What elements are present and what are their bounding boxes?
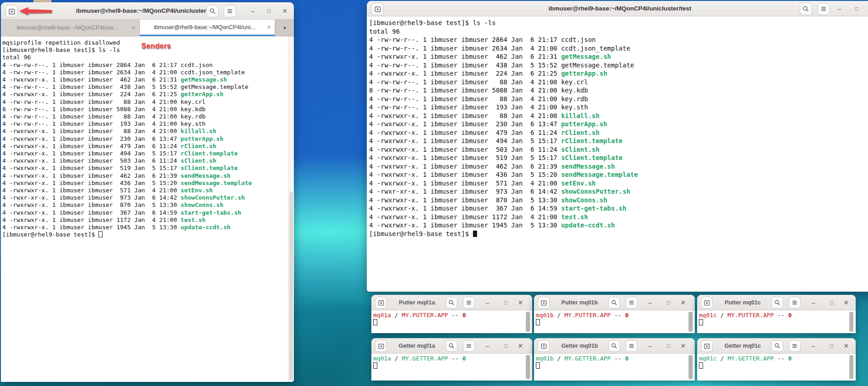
new-tab-icon	[378, 343, 385, 350]
mini-window-title: Getter mq01a	[391, 338, 442, 353]
search-button[interactable]	[800, 3, 812, 15]
search-button[interactable]	[446, 340, 457, 352]
file-name: key.crl	[561, 78, 588, 86]
close-button[interactable]: ✕	[678, 341, 688, 351]
queue-manager-name: mq01b	[536, 355, 554, 362]
close-button[interactable]: ✕	[841, 341, 851, 351]
minimize-button[interactable]: –	[834, 4, 844, 14]
maximize-button[interactable]: □	[264, 6, 274, 16]
search-icon	[448, 299, 455, 306]
new-tab-button[interactable]	[701, 297, 713, 309]
terminal-line: [ibmuser@rhel9-base test]$	[2, 231, 288, 238]
minimize-button[interactable]: –	[808, 298, 818, 308]
terminal-line: 4 -rwxrwxr-x. 1 ibmuser ibmuser 1945 Jan…	[369, 221, 868, 230]
terminal-line: [ibmuser@rhel9-base test]$ ls -ls	[369, 19, 868, 27]
new-tab-button[interactable]	[371, 3, 384, 15]
mini-window-headerbar[interactable]: Getter mq01b–□✕	[534, 338, 695, 354]
senders-annotation: Senders	[141, 42, 171, 50]
new-tab-button[interactable]	[701, 340, 713, 352]
tab-terminal-2[interactable]: ibmuser@rhel9-base:~/MQonCP4I/uni... ✕	[140, 20, 275, 36]
hamburger-menu-icon	[628, 343, 635, 349]
close-button[interactable]: ✕	[515, 341, 525, 351]
message-count: 0	[462, 355, 466, 362]
new-tab-button[interactable]	[375, 340, 387, 352]
search-button[interactable]	[771, 297, 783, 309]
mini-terminal-scrollbar[interactable]	[688, 355, 693, 379]
menu-button[interactable]	[789, 340, 801, 352]
menu-button[interactable]	[789, 297, 801, 309]
terminal-line: 4 -rwxrwxr-x. 1 ibmuser ibmuser 503 Jan …	[369, 145, 868, 154]
right-terminal-output[interactable]: [ibmuser@rhel9-base test]$ ls -lstotal 9…	[367, 16, 868, 292]
minimize-button[interactable]: –	[483, 298, 493, 308]
terminal-line: 4 -rwxrwxr-x. 1 ibmuser ibmuser 870 Jan …	[2, 201, 288, 209]
right-window-headerbar[interactable]: ibmuser@rhel9-base:~/MQonCP4I/unicluster…	[367, 1, 868, 16]
left-terminal-scrollbar[interactable]	[288, 36, 294, 382]
mini-terminal-output[interactable]: mq01c / MY.PUTTER.APP -- 0	[697, 310, 856, 333]
mini-window-headerbar[interactable]: Putter mq01b–□✕	[534, 295, 695, 310]
hamburger-menu-icon	[628, 299, 635, 306]
mini-terminal-scrollbar[interactable]	[849, 312, 853, 332]
mini-terminal-output[interactable]: mq01b / MY.GETTER.APP -- 0	[534, 354, 695, 381]
maximize-button[interactable]: □	[827, 298, 837, 308]
close-button[interactable]: ✕	[678, 298, 688, 308]
mini-terminal-output[interactable]: mq01a / MY.GETTER.APP -- 0	[371, 354, 532, 381]
search-icon	[209, 8, 216, 15]
terminal-line: 4 -rwxrwxr-x. 1 ibmuser ibmuser 88 Jan 4…	[369, 112, 868, 120]
close-button[interactable]: ✕	[515, 298, 525, 308]
maximize-button[interactable]: □	[663, 341, 673, 351]
new-tab-button[interactable]	[5, 5, 18, 17]
mini-terminal-scrollbar[interactable]	[526, 355, 530, 379]
close-button[interactable]: ✕	[280, 6, 290, 16]
maximize-button[interactable]: □	[501, 341, 511, 351]
maximize-button[interactable]: □	[663, 298, 673, 308]
left-terminal-output[interactable]: mqsiprofile repetition disallowed[ibmuse…	[1, 36, 288, 382]
file-name: ccdt.json	[180, 62, 212, 68]
search-button[interactable]	[446, 297, 457, 309]
mini-terminal-scrollbar[interactable]	[849, 355, 853, 379]
tab-list-dropdown-button[interactable]: ▼	[275, 20, 294, 36]
menu-button[interactable]	[817, 3, 830, 15]
minimize-button[interactable]: –	[248, 6, 258, 16]
menu-button[interactable]	[626, 297, 637, 309]
search-button[interactable]	[771, 340, 783, 352]
minimize-button[interactable]: –	[645, 298, 655, 308]
file-name-executable: update-ccdt.sh	[180, 224, 231, 231]
menu-button[interactable]	[463, 297, 475, 309]
file-name-executable: killall.sh	[180, 128, 216, 134]
mini-window-title: Putter mq01c	[717, 295, 768, 310]
menu-button[interactable]	[224, 5, 236, 17]
minimize-button[interactable]: –	[645, 341, 655, 351]
tab-close-icon[interactable]: ✕	[267, 24, 271, 31]
mini-window-headerbar[interactable]: Putter mq01c–□✕	[697, 295, 856, 310]
tab-close-icon[interactable]: ✕	[131, 25, 136, 31]
maximize-button[interactable]: □	[852, 4, 862, 14]
minimize-button[interactable]: –	[483, 341, 493, 351]
tab-terminal-1[interactable]: ibmuser@rhel9-base:~/MQonCP4I/uni... ✕	[1, 20, 140, 36]
file-name-executable: sendMessage.sh	[180, 172, 231, 179]
search-button[interactable]	[608, 340, 620, 352]
new-tab-button[interactable]	[375, 297, 387, 309]
mini-terminal-window-getter-mq01a: Getter mq01a–□✕mq01a / MY.GETTER.APP -- …	[371, 338, 532, 381]
search-button[interactable]	[206, 5, 219, 17]
terminal-line: 4 -rwxrwxr-x. 1 ibmuser ibmuser 494 Jan …	[369, 137, 868, 145]
scrollbar-thumb[interactable]	[289, 192, 293, 380]
search-button[interactable]	[608, 297, 620, 309]
mini-terminal-output[interactable]: mq01b / MY.PUTTER.APP -- 0	[534, 310, 695, 333]
file-name-executable: sClient.sh	[180, 157, 216, 164]
close-button[interactable]: ✕	[841, 298, 851, 308]
new-tab-button[interactable]	[538, 340, 550, 352]
terminal-line: 4 -rwxrwxr-x. 1 ibmuser ibmuser 462 Jan …	[369, 52, 868, 61]
mini-window-headerbar[interactable]: Getter mq01a–□✕	[371, 338, 532, 354]
mini-terminal-output[interactable]: mq01a / MY.PUTTER.APP -- 0	[371, 310, 532, 333]
mini-window-headerbar[interactable]: Putter mq01a–□✕	[371, 295, 532, 310]
mini-window-headerbar[interactable]: Getter mq01c–□✕	[697, 338, 856, 354]
maximize-button[interactable]: □	[501, 298, 511, 308]
menu-button[interactable]	[626, 340, 637, 352]
minimize-button[interactable]: –	[808, 341, 818, 351]
maximize-button[interactable]: □	[827, 341, 837, 351]
mini-terminal-output[interactable]: mq01c / MY.GETTER.APP -- 0	[697, 354, 856, 381]
mini-terminal-scrollbar[interactable]	[526, 312, 530, 332]
menu-button[interactable]	[463, 340, 475, 352]
mini-terminal-scrollbar[interactable]	[688, 312, 693, 332]
new-tab-button[interactable]	[538, 297, 550, 309]
